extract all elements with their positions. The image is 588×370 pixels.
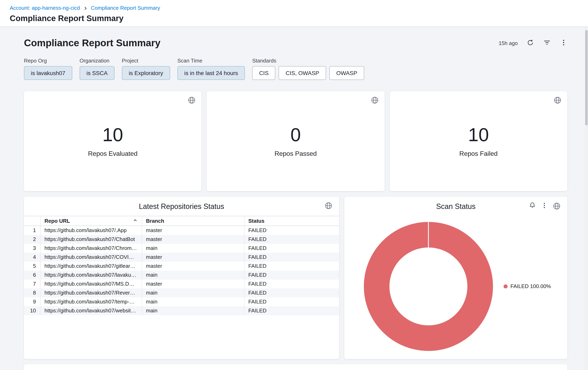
filter-group-organization: Organization is SSCA bbox=[80, 58, 115, 80]
standards-chip-owasp[interactable]: OWASP bbox=[329, 66, 364, 80]
page-header: Account: app-harness-ng-cicd Compliance … bbox=[0, 0, 588, 27]
refresh-button[interactable] bbox=[527, 39, 534, 47]
chart-legend-item-failed[interactable]: FAILED 100.00% bbox=[504, 283, 551, 289]
column-header-repo-url[interactable]: Repo URL bbox=[40, 216, 142, 226]
stat-tile-repos-failed: 10 Repos Failed bbox=[390, 91, 567, 191]
row-number: 8 bbox=[24, 288, 40, 297]
filter-chip-project[interactable]: is Exploratory bbox=[122, 66, 170, 80]
table-row[interactable]: 2 https://github.com/lavakush07/ChatBot … bbox=[24, 235, 339, 244]
table-row[interactable]: 3 https://github.com/lavakush07/Chrome-.… bbox=[24, 244, 339, 252]
branch-cell: master bbox=[142, 279, 244, 288]
last-updated-label: 15h ago bbox=[499, 40, 518, 46]
stat-inner: 0 Repos Passed bbox=[207, 91, 385, 191]
filter-group-scan-time: Scan Time is in the last 24 hours bbox=[178, 58, 245, 80]
row-number: 1 bbox=[24, 226, 40, 235]
standards-chip-cis-owasp[interactable]: CIS, OWASP bbox=[279, 66, 326, 80]
branch-cell: main bbox=[142, 306, 244, 315]
stat-label: Repos Passed bbox=[274, 150, 317, 157]
filter-chip-repo-org[interactable]: is lavakush07 bbox=[24, 66, 72, 80]
stat-tile-repos-evaluated: 10 Repos Evaluated bbox=[24, 91, 202, 191]
filter-label: Project bbox=[122, 58, 170, 64]
table-row[interactable]: 10 https://github.com/lavakush07/website… bbox=[24, 306, 339, 315]
chart-card-actions bbox=[529, 202, 561, 210]
stat-value: 10 bbox=[468, 125, 489, 145]
next-card-partial bbox=[24, 364, 567, 370]
table-row[interactable]: 7 https://github.com/lavakush07/MS.DHO..… bbox=[24, 279, 339, 288]
status-cell: FAILED bbox=[244, 306, 339, 315]
branch-cell: master bbox=[142, 235, 244, 244]
kebab-menu-icon bbox=[560, 39, 567, 47]
status-cell: FAILED bbox=[244, 244, 339, 252]
filter-chip-organization[interactable]: is SSCA bbox=[80, 66, 115, 80]
chip-row: is SSCA bbox=[80, 66, 115, 80]
column-header-branch[interactable]: Branch bbox=[142, 216, 244, 226]
table-row[interactable]: 1 https://github.com/lavakush07/.App mas… bbox=[24, 226, 339, 235]
filter-group-project: Project is Exploratory bbox=[122, 58, 170, 80]
scan-status-card: Scan Status bbox=[344, 197, 567, 359]
status-cell: FAILED bbox=[244, 235, 339, 244]
filter-group-repo-org: Repo Org is lavakush07 bbox=[24, 58, 72, 80]
table-row[interactable]: 5 https://github.com/lavakush07/gitlearn… bbox=[24, 261, 339, 270]
breadcrumb: Account: app-harness-ng-cicd Compliance … bbox=[10, 5, 578, 11]
row-number: 5 bbox=[24, 261, 40, 270]
repo-url-cell: https://github.com/lavakush07/gitlearni.… bbox=[40, 261, 142, 270]
bottom-row: Latest Repositories Status bbox=[24, 197, 567, 359]
branch-cell: main bbox=[142, 244, 244, 252]
alert-button[interactable] bbox=[529, 202, 536, 210]
breadcrumb-chevron-icon bbox=[83, 6, 87, 10]
more-options-button[interactable] bbox=[560, 39, 567, 47]
globe-icon[interactable] bbox=[553, 202, 561, 210]
chip-row: is in the last 24 hours bbox=[178, 66, 245, 80]
dashboard-header: Compliance Report Summary 15h ago bbox=[24, 37, 567, 49]
kebab-menu-icon bbox=[541, 202, 548, 210]
filter-chip-scan-time[interactable]: is in the last 24 hours bbox=[178, 66, 245, 80]
legend-color-dot bbox=[504, 284, 508, 288]
stat-value: 0 bbox=[290, 125, 301, 145]
row-number: 4 bbox=[24, 252, 40, 261]
stat-tiles-row: 10 Repos Evaluated 0 Repos Passed bbox=[24, 91, 567, 191]
filter-button[interactable] bbox=[543, 38, 551, 48]
viewport: Account: app-harness-ng-cicd Compliance … bbox=[0, 0, 588, 370]
branch-cell: master bbox=[142, 261, 244, 270]
breadcrumb-current-link[interactable]: Compliance Report Summary bbox=[91, 5, 160, 11]
repo-url-cell: https://github.com/lavakush07/Reverse-..… bbox=[40, 288, 142, 297]
legend-label: FAILED 100.00% bbox=[510, 283, 551, 289]
filter-icon bbox=[543, 38, 551, 48]
dashboard-actions: 15h ago bbox=[499, 38, 567, 48]
branch-cell: main bbox=[142, 297, 244, 306]
row-number: 2 bbox=[24, 235, 40, 244]
row-number: 6 bbox=[24, 270, 40, 279]
chip-row: is lavakush07 bbox=[24, 66, 72, 80]
app-root: Account: app-harness-ng-cicd Compliance … bbox=[0, 0, 588, 370]
chip-row: is Exploratory bbox=[122, 66, 170, 80]
scrollbar-thumb[interactable] bbox=[585, 30, 588, 125]
dashboard-title: Compliance Report Summary bbox=[24, 37, 160, 49]
filter-label: Organization bbox=[80, 58, 115, 64]
repos-table: Repo URL Branch Status bbox=[24, 216, 339, 315]
table-row[interactable]: 4 https://github.com/lavakush07/COVID_T.… bbox=[24, 252, 339, 261]
column-header-status[interactable]: Status bbox=[244, 216, 339, 226]
filter-bar: Repo Org is lavakush07 Organization is S… bbox=[24, 58, 567, 80]
repo-url-cell: https://github.com/lavakush07/lavakush..… bbox=[40, 270, 142, 279]
filter-label: Scan Time bbox=[178, 58, 245, 64]
stat-inner: 10 Repos Evaluated bbox=[24, 91, 202, 191]
status-cell: FAILED bbox=[244, 226, 339, 235]
globe-icon[interactable] bbox=[325, 202, 333, 210]
table-row[interactable]: 9 https://github.com/lavakush07/temp-no.… bbox=[24, 297, 339, 306]
breadcrumb-account-link[interactable]: Account: app-harness-ng-cicd bbox=[10, 5, 80, 11]
bell-icon bbox=[529, 202, 536, 210]
row-number: 3 bbox=[24, 244, 40, 252]
row-number: 9 bbox=[24, 297, 40, 306]
branch-cell: main bbox=[142, 288, 244, 297]
row-number-header bbox=[24, 216, 40, 226]
repo-url-cell: https://github.com/lavakush07/website-1 bbox=[40, 306, 142, 315]
branch-cell: main bbox=[142, 270, 244, 279]
standards-chip-cis[interactable]: CIS bbox=[252, 66, 275, 80]
tile-options-button[interactable] bbox=[541, 202, 548, 210]
repo-url-cell: https://github.com/lavakush07/ChatBot bbox=[40, 235, 142, 244]
status-cell: FAILED bbox=[244, 261, 339, 270]
page-title: Compliance Report Summary bbox=[10, 14, 578, 23]
table-row[interactable]: 8 https://github.com/lavakush07/Reverse-… bbox=[24, 288, 339, 297]
table-row[interactable]: 6 https://github.com/lavakush07/lavakush… bbox=[24, 270, 339, 279]
table-header-row: Repo URL Branch Status bbox=[24, 216, 339, 226]
